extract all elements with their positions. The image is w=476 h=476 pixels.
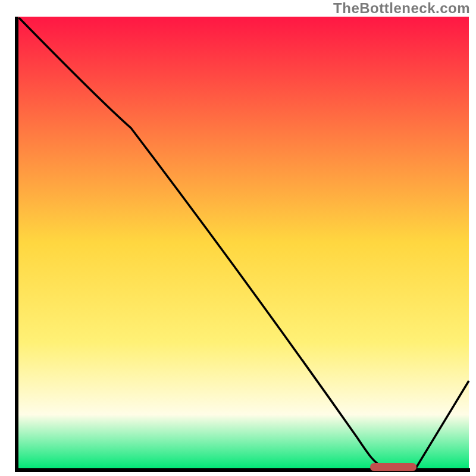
chart-svg xyxy=(0,0,476,476)
optimal-range-marker xyxy=(370,463,416,471)
chart-container: TheBottleneck.com xyxy=(0,0,476,476)
